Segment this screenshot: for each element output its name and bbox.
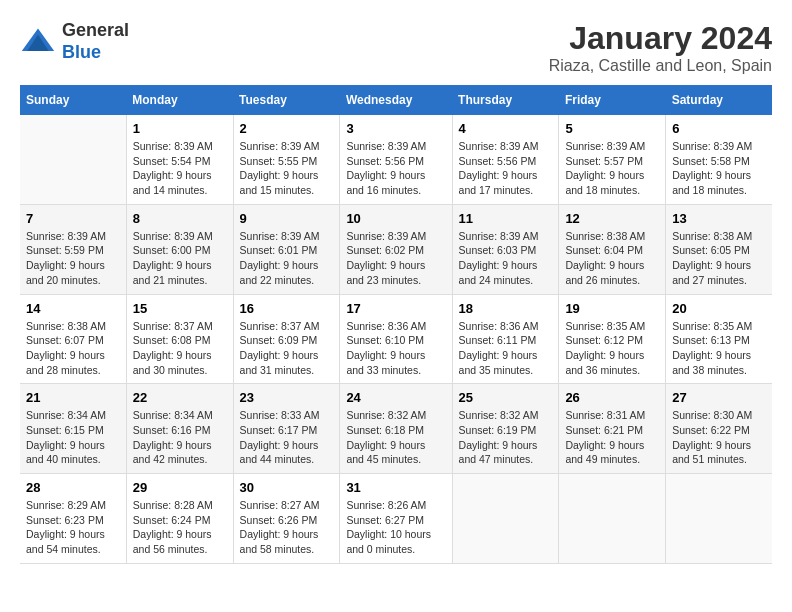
day-number: 3 bbox=[346, 121, 445, 136]
day-number: 22 bbox=[133, 390, 227, 405]
day-content: Sunrise: 8:33 AMSunset: 6:17 PMDaylight:… bbox=[240, 408, 334, 467]
day-number: 4 bbox=[459, 121, 553, 136]
logo-blue: Blue bbox=[62, 42, 101, 62]
day-content: Sunrise: 8:31 AMSunset: 6:21 PMDaylight:… bbox=[565, 408, 659, 467]
calendar-cell: 21Sunrise: 8:34 AMSunset: 6:15 PMDayligh… bbox=[20, 384, 126, 474]
calendar-cell: 10Sunrise: 8:39 AMSunset: 6:02 PMDayligh… bbox=[340, 204, 452, 294]
calendar-cell bbox=[20, 115, 126, 204]
day-number: 13 bbox=[672, 211, 766, 226]
day-content: Sunrise: 8:28 AMSunset: 6:24 PMDaylight:… bbox=[133, 498, 227, 557]
day-content: Sunrise: 8:39 AMSunset: 6:01 PMDaylight:… bbox=[240, 229, 334, 288]
day-content: Sunrise: 8:39 AMSunset: 5:57 PMDaylight:… bbox=[565, 139, 659, 198]
calendar-cell: 6Sunrise: 8:39 AMSunset: 5:58 PMDaylight… bbox=[666, 115, 772, 204]
day-number: 17 bbox=[346, 301, 445, 316]
day-content: Sunrise: 8:34 AMSunset: 6:15 PMDaylight:… bbox=[26, 408, 120, 467]
day-number: 15 bbox=[133, 301, 227, 316]
day-content: Sunrise: 8:36 AMSunset: 6:10 PMDaylight:… bbox=[346, 319, 445, 378]
calendar-cell: 12Sunrise: 8:38 AMSunset: 6:04 PMDayligh… bbox=[559, 204, 666, 294]
header-friday: Friday bbox=[559, 85, 666, 115]
header-thursday: Thursday bbox=[452, 85, 559, 115]
day-number: 27 bbox=[672, 390, 766, 405]
day-content: Sunrise: 8:39 AMSunset: 6:00 PMDaylight:… bbox=[133, 229, 227, 288]
calendar-cell: 24Sunrise: 8:32 AMSunset: 6:18 PMDayligh… bbox=[340, 384, 452, 474]
calendar-cell: 19Sunrise: 8:35 AMSunset: 6:12 PMDayligh… bbox=[559, 294, 666, 384]
calendar-cell: 17Sunrise: 8:36 AMSunset: 6:10 PMDayligh… bbox=[340, 294, 452, 384]
calendar-week-3: 14Sunrise: 8:38 AMSunset: 6:07 PMDayligh… bbox=[20, 294, 772, 384]
calendar-cell: 30Sunrise: 8:27 AMSunset: 6:26 PMDayligh… bbox=[233, 474, 340, 564]
title-area: January 2024 Riaza, Castille and Leon, S… bbox=[549, 20, 772, 75]
calendar-cell: 23Sunrise: 8:33 AMSunset: 6:17 PMDayligh… bbox=[233, 384, 340, 474]
calendar-cell: 9Sunrise: 8:39 AMSunset: 6:01 PMDaylight… bbox=[233, 204, 340, 294]
calendar-cell: 27Sunrise: 8:30 AMSunset: 6:22 PMDayligh… bbox=[666, 384, 772, 474]
page-subtitle: Riaza, Castille and Leon, Spain bbox=[549, 57, 772, 75]
logo-icon bbox=[20, 24, 56, 60]
day-number: 21 bbox=[26, 390, 120, 405]
day-content: Sunrise: 8:39 AMSunset: 6:02 PMDaylight:… bbox=[346, 229, 445, 288]
calendar-cell: 1Sunrise: 8:39 AMSunset: 5:54 PMDaylight… bbox=[126, 115, 233, 204]
day-number: 30 bbox=[240, 480, 334, 495]
header-wednesday: Wednesday bbox=[340, 85, 452, 115]
day-number: 10 bbox=[346, 211, 445, 226]
calendar-header-row: SundayMondayTuesdayWednesdayThursdayFrid… bbox=[20, 85, 772, 115]
day-content: Sunrise: 8:39 AMSunset: 6:03 PMDaylight:… bbox=[459, 229, 553, 288]
header-saturday: Saturday bbox=[666, 85, 772, 115]
calendar-cell: 16Sunrise: 8:37 AMSunset: 6:09 PMDayligh… bbox=[233, 294, 340, 384]
day-number: 19 bbox=[565, 301, 659, 316]
calendar-week-2: 7Sunrise: 8:39 AMSunset: 5:59 PMDaylight… bbox=[20, 204, 772, 294]
day-content: Sunrise: 8:39 AMSunset: 5:55 PMDaylight:… bbox=[240, 139, 334, 198]
day-content: Sunrise: 8:39 AMSunset: 5:58 PMDaylight:… bbox=[672, 139, 766, 198]
day-number: 16 bbox=[240, 301, 334, 316]
day-content: Sunrise: 8:37 AMSunset: 6:08 PMDaylight:… bbox=[133, 319, 227, 378]
calendar-cell: 11Sunrise: 8:39 AMSunset: 6:03 PMDayligh… bbox=[452, 204, 559, 294]
day-number: 7 bbox=[26, 211, 120, 226]
calendar-cell bbox=[666, 474, 772, 564]
day-content: Sunrise: 8:37 AMSunset: 6:09 PMDaylight:… bbox=[240, 319, 334, 378]
header-monday: Monday bbox=[126, 85, 233, 115]
calendar-cell: 29Sunrise: 8:28 AMSunset: 6:24 PMDayligh… bbox=[126, 474, 233, 564]
day-number: 24 bbox=[346, 390, 445, 405]
day-content: Sunrise: 8:39 AMSunset: 5:54 PMDaylight:… bbox=[133, 139, 227, 198]
day-number: 26 bbox=[565, 390, 659, 405]
day-number: 31 bbox=[346, 480, 445, 495]
day-number: 8 bbox=[133, 211, 227, 226]
day-number: 18 bbox=[459, 301, 553, 316]
day-content: Sunrise: 8:35 AMSunset: 6:12 PMDaylight:… bbox=[565, 319, 659, 378]
logo-general: General bbox=[62, 20, 129, 40]
day-content: Sunrise: 8:39 AMSunset: 5:56 PMDaylight:… bbox=[459, 139, 553, 198]
day-number: 11 bbox=[459, 211, 553, 226]
day-content: Sunrise: 8:38 AMSunset: 6:05 PMDaylight:… bbox=[672, 229, 766, 288]
calendar-cell bbox=[452, 474, 559, 564]
day-number: 2 bbox=[240, 121, 334, 136]
day-number: 6 bbox=[672, 121, 766, 136]
day-number: 5 bbox=[565, 121, 659, 136]
calendar-week-5: 28Sunrise: 8:29 AMSunset: 6:23 PMDayligh… bbox=[20, 474, 772, 564]
day-content: Sunrise: 8:30 AMSunset: 6:22 PMDaylight:… bbox=[672, 408, 766, 467]
day-content: Sunrise: 8:27 AMSunset: 6:26 PMDaylight:… bbox=[240, 498, 334, 557]
calendar-cell: 8Sunrise: 8:39 AMSunset: 6:00 PMDaylight… bbox=[126, 204, 233, 294]
day-content: Sunrise: 8:34 AMSunset: 6:16 PMDaylight:… bbox=[133, 408, 227, 467]
calendar-cell: 13Sunrise: 8:38 AMSunset: 6:05 PMDayligh… bbox=[666, 204, 772, 294]
calendar-cell: 14Sunrise: 8:38 AMSunset: 6:07 PMDayligh… bbox=[20, 294, 126, 384]
day-number: 9 bbox=[240, 211, 334, 226]
day-content: Sunrise: 8:26 AMSunset: 6:27 PMDaylight:… bbox=[346, 498, 445, 557]
day-number: 23 bbox=[240, 390, 334, 405]
day-content: Sunrise: 8:39 AMSunset: 5:59 PMDaylight:… bbox=[26, 229, 120, 288]
day-content: Sunrise: 8:35 AMSunset: 6:13 PMDaylight:… bbox=[672, 319, 766, 378]
calendar-table: SundayMondayTuesdayWednesdayThursdayFrid… bbox=[20, 85, 772, 564]
calendar-cell: 5Sunrise: 8:39 AMSunset: 5:57 PMDaylight… bbox=[559, 115, 666, 204]
day-content: Sunrise: 8:32 AMSunset: 6:18 PMDaylight:… bbox=[346, 408, 445, 467]
calendar-cell: 31Sunrise: 8:26 AMSunset: 6:27 PMDayligh… bbox=[340, 474, 452, 564]
calendar-cell: 15Sunrise: 8:37 AMSunset: 6:08 PMDayligh… bbox=[126, 294, 233, 384]
calendar-cell: 4Sunrise: 8:39 AMSunset: 5:56 PMDaylight… bbox=[452, 115, 559, 204]
day-number: 28 bbox=[26, 480, 120, 495]
calendar-cell: 7Sunrise: 8:39 AMSunset: 5:59 PMDaylight… bbox=[20, 204, 126, 294]
calendar-cell: 25Sunrise: 8:32 AMSunset: 6:19 PMDayligh… bbox=[452, 384, 559, 474]
page-header: General Blue January 2024 Riaza, Castill… bbox=[20, 20, 772, 75]
day-number: 1 bbox=[133, 121, 227, 136]
header-tuesday: Tuesday bbox=[233, 85, 340, 115]
day-content: Sunrise: 8:39 AMSunset: 5:56 PMDaylight:… bbox=[346, 139, 445, 198]
day-number: 20 bbox=[672, 301, 766, 316]
day-content: Sunrise: 8:32 AMSunset: 6:19 PMDaylight:… bbox=[459, 408, 553, 467]
day-content: Sunrise: 8:29 AMSunset: 6:23 PMDaylight:… bbox=[26, 498, 120, 557]
calendar-cell bbox=[559, 474, 666, 564]
